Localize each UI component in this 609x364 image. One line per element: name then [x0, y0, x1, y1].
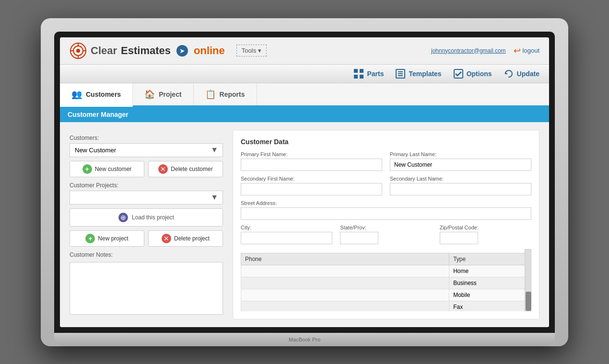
logout-button[interactable]: ↩ logout — [514, 46, 539, 56]
secondary-first-name-group: Secondary First Name: — [241, 176, 382, 195]
phone-table-row: Mobile — [241, 289, 531, 301]
customers-label: Customers: — [70, 135, 223, 141]
section-header: Customer Manager — [60, 107, 549, 122]
type-col-header: Type — [449, 253, 531, 265]
name-row-2: Secondary First Name: Secondary Last Nam… — [241, 176, 531, 195]
new-customer-label: New customer — [95, 166, 132, 172]
secondary-first-name-label: Secondary First Name: — [241, 176, 382, 182]
phone-col-header: Phone — [241, 253, 449, 265]
type-cell-3: Fax — [449, 301, 531, 311]
street-address-group: Street Address: — [241, 200, 531, 220]
phone-input-1[interactable] — [245, 280, 445, 286]
projects-dropdown[interactable] — [70, 191, 223, 205]
nav-update-label: Update — [517, 70, 539, 78]
phone-input-0[interactable] — [245, 268, 445, 274]
state-input[interactable] — [340, 232, 378, 244]
customer-data-title: Customer Data — [241, 138, 531, 146]
customers-dropdown-wrapper: New Customer ▼ — [70, 143, 223, 157]
tabs-bar: 👥 Customers 🏠 Project 📋 Reports — [60, 83, 549, 107]
phone-cell-2[interactable] — [241, 289, 449, 301]
type-cell-0: Home — [449, 265, 531, 277]
city-label: City: — [241, 225, 332, 230]
screen-bezel: Clear Estimates ➤ online Tools ▾ johnnyc… — [54, 32, 555, 333]
street-address-input[interactable] — [241, 207, 531, 220]
refresh-icon — [504, 68, 514, 79]
nav-parts-label: Parts — [367, 70, 384, 78]
scrollbar-track[interactable] — [525, 249, 531, 311]
check-icon — [453, 68, 464, 79]
new-project-button[interactable]: + New project — [70, 230, 144, 247]
customer-notes-textarea[interactable] — [70, 262, 223, 315]
type-cell-1: Business — [449, 277, 531, 289]
phone-table-row: Business — [241, 277, 531, 289]
tab-customers-label: Customers — [86, 91, 121, 98]
phone-table-row: Home — [241, 265, 531, 277]
tools-button[interactable]: Tools ▾ — [236, 45, 267, 57]
reports-tab-icon: 📋 — [205, 89, 216, 100]
grid-icon — [353, 68, 364, 79]
tab-reports-label: Reports — [220, 91, 245, 98]
scrollbar-thumb[interactable] — [526, 292, 531, 311]
user-email[interactable]: johnnycontractor@gmail.com — [431, 47, 506, 54]
logo-online-text: online — [194, 45, 225, 57]
phone-table-wrapper: Phone Type Home Business — [241, 249, 531, 311]
nav-item-update[interactable]: Update — [504, 68, 539, 79]
load-project-button[interactable]: ⊕ Load this project — [70, 208, 223, 227]
state-label: State/Prov: — [340, 225, 432, 230]
zip-label: Zip/Postal Code: — [440, 225, 531, 230]
new-customer-button[interactable]: + New customer — [70, 161, 144, 177]
phone-cell-0[interactable] — [241, 265, 449, 277]
nav-templates-label: Templates — [409, 70, 441, 78]
nav-item-options[interactable]: Options — [453, 68, 492, 79]
nav-items: Parts Templates — [353, 68, 539, 79]
project-actions-row: + New project ✕ Delete project — [70, 230, 223, 247]
logo-arrow-icon: ➤ — [176, 45, 188, 57]
new-project-label: New project — [98, 235, 128, 242]
customers-dropdown[interactable]: New Customer — [70, 143, 223, 157]
secondary-first-name-input[interactable] — [241, 183, 382, 195]
phone-table: Phone Type Home Business — [241, 253, 531, 311]
delete-customer-icon: ✕ — [158, 164, 168, 174]
state-group: State/Prov: — [340, 225, 432, 244]
secondary-last-name-group: Secondary Last Name: — [390, 176, 531, 195]
city-input[interactable] — [241, 232, 332, 244]
type-cell-2: Mobile — [449, 289, 531, 301]
top-bar: Clear Estimates ➤ online Tools ▾ johnnyc… — [60, 37, 549, 65]
delete-customer-button[interactable]: ✕ Delete customer — [148, 161, 223, 177]
primary-last-name-input[interactable] — [390, 159, 531, 171]
logout-label: logout — [523, 47, 539, 54]
new-project-icon: + — [85, 234, 95, 243]
right-panel: Customer Data Primary First Name: Primar… — [233, 130, 539, 319]
phone-input-3[interactable] — [245, 304, 445, 310]
tab-project[interactable]: 🏠 Project — [133, 83, 193, 105]
nav-item-parts[interactable]: Parts — [353, 68, 384, 79]
tab-project-label: Project — [159, 91, 181, 98]
macbook-frame: Clear Estimates ➤ online Tools ▾ johnnyc… — [41, 18, 568, 346]
load-icon: ⊕ — [118, 213, 128, 222]
content-area: Customers: New Customer ▼ + New customer — [60, 122, 549, 327]
secondary-last-name-input[interactable] — [390, 183, 531, 195]
customer-actions-row: + New customer ✕ Delete customer — [70, 161, 223, 177]
delete-project-button[interactable]: ✕ Delete project — [148, 230, 223, 247]
phone-cell-1[interactable] — [241, 277, 449, 289]
delete-project-label: Delete project — [174, 235, 210, 242]
projects-dropdown-wrapper: ▼ — [70, 191, 223, 205]
phone-cell-3[interactable] — [241, 301, 449, 311]
delete-project-icon: ✕ — [162, 234, 171, 243]
phone-input-2[interactable] — [245, 292, 445, 298]
svg-point-2 — [76, 49, 80, 53]
main-content: Customer Manager Customers: New Customer… — [60, 107, 549, 327]
primary-last-name-group: Primary Last Name: — [390, 151, 531, 171]
primary-first-name-input[interactable] — [241, 159, 382, 171]
tab-reports[interactable]: 📋 Reports — [194, 83, 257, 105]
zip-input[interactable] — [440, 232, 478, 244]
svg-rect-10 — [360, 75, 363, 79]
left-panel: Customers: New Customer ▼ + New customer — [70, 130, 223, 319]
logo-estimates-text: Estimates — [121, 45, 171, 57]
primary-first-name-group: Primary First Name: — [241, 151, 382, 171]
nav-item-templates[interactable]: Templates — [395, 68, 441, 79]
tab-customers[interactable]: 👥 Customers — [60, 83, 133, 107]
logo-clear-text: Clear — [91, 45, 117, 57]
macbook-label: MacBook Pro — [289, 337, 320, 342]
phone-table-row: Fax — [241, 301, 531, 311]
